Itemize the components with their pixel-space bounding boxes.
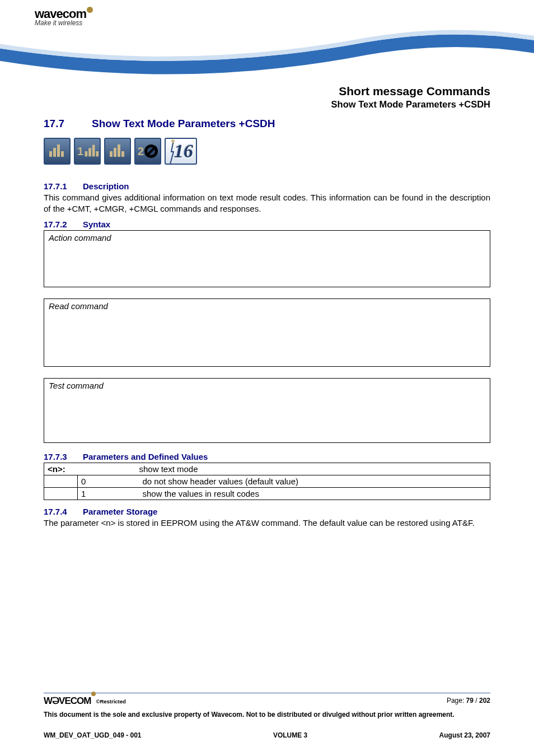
read-command-label: Read command — [49, 301, 486, 311]
subsection-heading-storage: 17.7.4Parameter Storage — [44, 507, 490, 516]
description-body: This command gives additional informatio… — [44, 192, 490, 215]
subsection-heading-parameters: 17.7.3Parameters and Defined Values — [44, 452, 490, 461]
subsection-title: Parameters and Defined Values — [83, 452, 208, 461]
doc-date: August 23, 2007 — [439, 731, 490, 739]
svg-rect-3 — [61, 151, 64, 157]
section-subtitle: Show Text Mode Parameters +CSDH — [0, 99, 490, 110]
bars-a-icon — [44, 138, 71, 165]
header-swoosh-icon — [0, 22, 534, 81]
svg-rect-11 — [121, 151, 124, 157]
document-title-block: Short message Commands Show Text Mode Pa… — [0, 85, 534, 110]
page-indicator: Page: 79 / 202 — [447, 697, 490, 704]
icon-number-2: 2 — [138, 145, 144, 158]
icon-number-1: 1 — [77, 145, 83, 158]
footer-disclaimer: This document is the sole and exclusive … — [44, 710, 490, 719]
doc-reference: WM_DEV_OAT_UGD_049 - 001 — [44, 731, 142, 739]
svg-rect-8 — [110, 151, 113, 157]
svg-rect-4 — [85, 151, 88, 156]
subsection-title: Parameter Storage — [83, 507, 157, 516]
page-footer: WƏVECOM©Restricted Page: 79 / 202 This d… — [44, 693, 490, 739]
svg-point-15 — [171, 139, 175, 143]
svg-rect-6 — [92, 145, 95, 157]
svg-rect-1 — [53, 148, 56, 157]
subsection-number: 17.7.2 — [44, 220, 83, 229]
bars-1-icon: 1 — [74, 138, 101, 165]
subsection-title: Description — [83, 181, 129, 191]
storage-body: The parameter <n> is stored in EEPROM us… — [44, 517, 490, 529]
subsection-heading-syntax: 17.7.2Syntax — [44, 220, 490, 229]
bars-b-icon — [104, 138, 131, 165]
subsection-number: 17.7.4 — [44, 507, 83, 516]
table-row: 0 do not show header values (default val… — [44, 475, 490, 487]
param-name: <n>: — [44, 463, 78, 475]
brand-mark-icon — [87, 7, 93, 13]
param-value-desc: do not show header values (default value… — [139, 475, 490, 487]
subsection-title: Syntax — [83, 220, 110, 229]
page-total: 202 — [479, 697, 490, 704]
test-command-box: Test command — [44, 378, 490, 443]
param-value: 1 — [78, 487, 139, 500]
param-value: 0 — [78, 475, 139, 487]
subsection-number: 17.7.1 — [44, 181, 83, 191]
action-command-box: Action command — [44, 230, 490, 287]
section-number: 17.7 — [44, 118, 92, 130]
svg-rect-9 — [114, 148, 116, 157]
test-command-label: Test command — [49, 381, 486, 390]
header-banner: wavecom Make it wireless — [0, 0, 534, 81]
svg-rect-0 — [49, 151, 52, 157]
svg-rect-2 — [57, 144, 60, 157]
page-label: Page: — [447, 697, 466, 704]
parameters-table: <n>: show text mode 0 do not show header… — [44, 463, 490, 500]
chapter-title: Short message Commands — [0, 85, 490, 98]
page-current: 79 — [466, 697, 474, 704]
doc-volume: VOLUME 3 — [273, 731, 307, 739]
svg-rect-7 — [96, 151, 99, 156]
page-sep: / — [474, 697, 479, 704]
footer-rule — [44, 693, 490, 693]
table-row: 1 show the values in result codes — [44, 487, 490, 500]
subsection-heading-description: 17.7.1Description — [44, 181, 490, 191]
mode-16-icon: 16 — [165, 138, 197, 165]
param-description: show text mode — [78, 463, 490, 475]
footer-restricted: ©Restricted — [96, 698, 125, 704]
icon-16-text: 16 — [174, 141, 193, 162]
svg-rect-10 — [118, 144, 120, 157]
table-row: <n>: show text mode — [44, 463, 490, 475]
subsection-number: 17.7.3 — [44, 452, 83, 461]
svg-rect-5 — [88, 148, 91, 156]
section-title: Show Text Mode Parameters +CSDH — [92, 118, 275, 129]
applicability-icons: 1 2 — [44, 138, 490, 165]
read-command-box: Read command — [44, 298, 490, 367]
section-heading-17-7: 17.7Show Text Mode Parameters +CSDH — [44, 118, 490, 130]
forbidden-2-icon: 2 — [134, 138, 161, 165]
action-command-label: Action command — [49, 233, 486, 242]
footer-brand: WƏVECOM — [44, 696, 91, 706]
footer-brand-mark-icon — [91, 692, 96, 696]
param-value-desc: show the values in result codes — [139, 487, 490, 500]
